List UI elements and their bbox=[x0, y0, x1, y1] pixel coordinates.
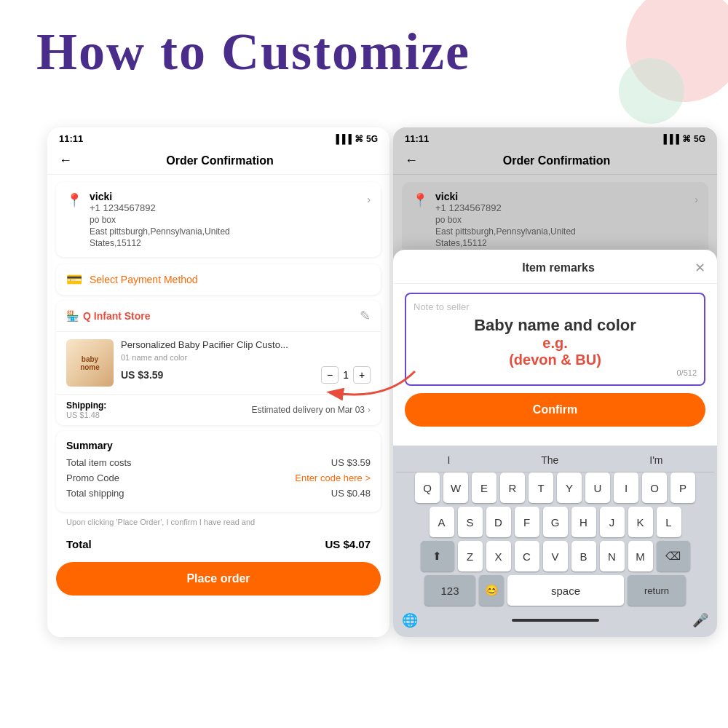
summary-section-left: Summary Total item costs US $3.59 Promo … bbox=[56, 431, 381, 512]
page-title: How to Customize bbox=[36, 22, 470, 82]
address-line1-left: po box bbox=[90, 215, 360, 225]
keyboard-bottom-bar: 🌐 🎤 bbox=[396, 609, 714, 634]
keyboard-row-1: Q W E R T Y U I O P bbox=[396, 472, 714, 503]
key-backspace[interactable]: ⌫ bbox=[657, 541, 690, 571]
key-space[interactable]: space bbox=[507, 575, 624, 606]
key-c[interactable]: C bbox=[515, 541, 539, 571]
address-info-left: vicki +1 1234567892 po box East pittsbur… bbox=[90, 191, 360, 248]
store-header-left: 🏪 Q Infant Store ✎ bbox=[56, 301, 381, 332]
key-o[interactable]: O bbox=[642, 472, 667, 503]
suggestion-the[interactable]: The bbox=[541, 454, 558, 466]
nav-title-right: Order Confirmation bbox=[425, 154, 688, 167]
bg-decoration-mint bbox=[619, 58, 684, 124]
status-time-left: 11:11 bbox=[59, 133, 83, 144]
battery-icon: 5G bbox=[366, 134, 378, 144]
note-icon-left[interactable]: ✎ bbox=[360, 308, 371, 324]
summary-promo-left[interactable]: Promo Code Enter code here > bbox=[66, 472, 371, 483]
keyboard-suggestions: I The I'm bbox=[396, 451, 714, 472]
remarks-close-button[interactable]: ✕ bbox=[695, 260, 705, 276]
wifi-icon: ⌘ bbox=[355, 134, 363, 144]
microphone-icon[interactable]: 🎤 bbox=[692, 612, 708, 628]
key-n[interactable]: N bbox=[600, 541, 625, 571]
arrow-indicator bbox=[313, 364, 430, 408]
address-arrow-right[interactable]: › bbox=[695, 194, 698, 205]
hint-eg: e.g. bbox=[414, 335, 697, 352]
address-line2-right: East pittsburgh,Pennsylvania,United bbox=[435, 226, 687, 237]
key-r[interactable]: R bbox=[500, 472, 525, 503]
key-numbers[interactable]: 123 bbox=[424, 575, 475, 606]
signal-icon: ▐▐▐ bbox=[333, 134, 352, 144]
remarks-body: Note to seller Baby name and color e.g. … bbox=[393, 284, 717, 446]
status-time-right: 11:11 bbox=[405, 133, 429, 144]
key-a[interactable]: A bbox=[430, 507, 454, 537]
key-shift[interactable]: ⬆ bbox=[421, 541, 454, 571]
key-i[interactable]: I bbox=[614, 472, 638, 503]
keyboard-row-2: A S D F G H J K L bbox=[396, 507, 714, 537]
nav-bar-right: ← Order Confirmation bbox=[393, 147, 717, 175]
summary-item-costs-left: Total item costs US $3.59 bbox=[66, 457, 371, 468]
total-shipping-value: US $0.48 bbox=[331, 488, 371, 499]
keyboard-row-3: ⬆ Z X C V B N M ⌫ bbox=[396, 541, 714, 571]
key-g[interactable]: G bbox=[543, 507, 568, 537]
store-name-left: Q Infant Store bbox=[83, 310, 151, 322]
status-icons-left: ▐▐▐ ⌘ 5G bbox=[333, 134, 378, 144]
note-to-seller-area[interactable]: Note to seller Baby name and color e.g. … bbox=[405, 293, 705, 386]
key-b[interactable]: B bbox=[571, 541, 596, 571]
key-m[interactable]: M bbox=[628, 541, 653, 571]
back-button-left[interactable]: ← bbox=[59, 153, 72, 168]
key-w[interactable]: W bbox=[443, 472, 468, 503]
address-phone-right: +1 1234567892 bbox=[435, 202, 687, 213]
key-v[interactable]: V bbox=[543, 541, 568, 571]
key-d[interactable]: D bbox=[486, 507, 511, 537]
suggestion-im[interactable]: I'm bbox=[649, 454, 662, 466]
key-h[interactable]: H bbox=[571, 507, 596, 537]
key-s[interactable]: S bbox=[458, 507, 483, 537]
globe-icon[interactable]: 🌐 bbox=[402, 612, 418, 628]
key-emoji[interactable]: 😊 bbox=[479, 575, 504, 606]
promo-value: Enter code here > bbox=[295, 472, 371, 483]
item-costs-value: US $3.59 bbox=[331, 457, 371, 468]
confirm-button[interactable]: Confirm bbox=[405, 393, 705, 427]
key-k[interactable]: K bbox=[628, 507, 653, 537]
key-j[interactable]: J bbox=[600, 507, 625, 537]
key-p[interactable]: P bbox=[670, 472, 695, 503]
product-price-left: US $3.59 bbox=[121, 369, 163, 381]
remarks-title: Item remarks bbox=[422, 261, 695, 274]
status-bar-right: 11:11 ▐▐▐ ⌘ 5G bbox=[393, 127, 717, 147]
address-line2-left: East pittsburgh,Pennsylvania,United bbox=[90, 226, 360, 237]
payment-label-left: Select Payment Method bbox=[90, 274, 198, 285]
key-return[interactable]: return bbox=[628, 575, 686, 606]
nav-title-left: Order Confirmation bbox=[79, 154, 360, 167]
address-line3-left: States,15112 bbox=[90, 238, 360, 248]
keyboard: I The I'm Q W E R T Y U I O P A S D bbox=[393, 446, 717, 637]
address-phone-left: +1 1234567892 bbox=[90, 202, 360, 213]
summary-shipping-left: Total shipping US $0.48 bbox=[66, 488, 371, 499]
location-icon-left: 📍 bbox=[66, 192, 82, 208]
address-card-left: 📍 vicki +1 1234567892 po box East pittsb… bbox=[56, 182, 381, 257]
key-f[interactable]: F bbox=[515, 507, 539, 537]
key-x[interactable]: X bbox=[486, 541, 511, 571]
key-z[interactable]: Z bbox=[458, 541, 483, 571]
key-t[interactable]: T bbox=[529, 472, 553, 503]
note-char-count: 0/512 bbox=[414, 368, 697, 377]
note-placeholder: Note to seller bbox=[414, 301, 470, 312]
back-button-right[interactable]: ← bbox=[405, 153, 418, 168]
key-q[interactable]: Q bbox=[415, 472, 440, 503]
payment-row-left[interactable]: 💳 Select Payment Method bbox=[56, 264, 381, 295]
status-icons-right: ▐▐▐ ⌘ 5G bbox=[660, 134, 705, 144]
key-l[interactable]: L bbox=[657, 507, 681, 537]
key-u[interactable]: U bbox=[585, 472, 610, 503]
total-value-left: US $4.07 bbox=[325, 538, 371, 550]
address-card-right: 📍 vicki +1 1234567892 po box East pittsb… bbox=[402, 182, 708, 257]
item-remarks-panel: Item remarks ✕ Note to seller Baby name … bbox=[393, 250, 717, 637]
place-order-button[interactable]: Place order bbox=[56, 562, 381, 596]
address-name-left: vicki bbox=[90, 191, 360, 202]
address-arrow-left[interactable]: › bbox=[367, 194, 371, 205]
suggestion-i[interactable]: I bbox=[447, 454, 450, 466]
product-title-left: Personalized Baby Pacifier Clip Custo... bbox=[121, 339, 371, 352]
home-indicator bbox=[512, 619, 599, 622]
key-y[interactable]: Y bbox=[557, 472, 582, 503]
total-row-left: Total US $4.07 bbox=[56, 532, 381, 556]
shipping-label-left: Shipping: bbox=[66, 400, 106, 411]
key-e[interactable]: E bbox=[472, 472, 496, 503]
